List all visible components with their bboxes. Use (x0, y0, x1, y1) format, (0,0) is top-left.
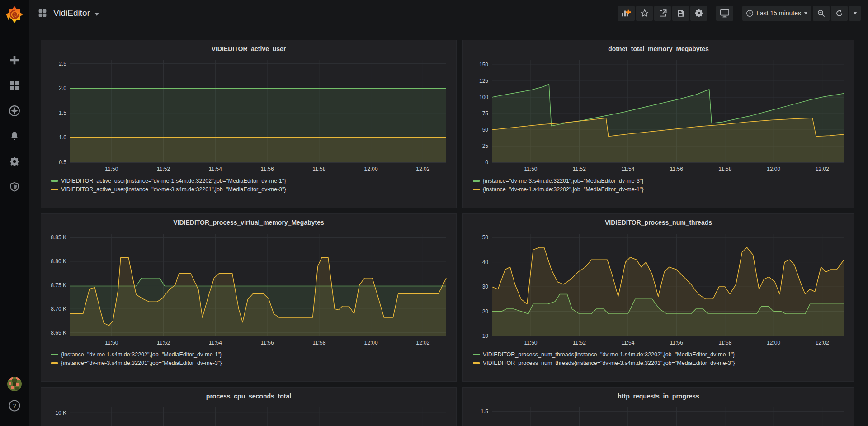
legend-series-swatch (473, 362, 480, 364)
panel-title[interactable]: VIDIEDITOR_process_num_threads (466, 216, 851, 229)
sidebar-item-configuration[interactable] (7, 154, 22, 169)
svg-text:12:02: 12:02 (816, 166, 829, 172)
panel-http-requests: http_requests_in_progress 11:5011:5211:5… (462, 387, 854, 426)
svg-text:11:54: 11:54 (621, 340, 634, 346)
sidebar-item-explore[interactable] (7, 103, 22, 118)
svg-text:10 K: 10 K (55, 410, 66, 416)
chevron-down-icon (804, 12, 808, 14)
svg-text:11:52: 11:52 (157, 166, 170, 172)
sidebar-item-help[interactable]: ? (7, 398, 22, 413)
legend-series-swatch (473, 354, 480, 355)
chart-canvas: 11:5011:5211:5411:5611:5812:0012:021.5 (466, 403, 851, 426)
svg-text:11:50: 11:50 (105, 166, 118, 172)
svg-text:11:58: 11:58 (312, 340, 326, 346)
legend-item[interactable]: {instance="dv-me-3.s4m.de:32201",job="Me… (473, 178, 851, 184)
dashboard-settings-button[interactable] (690, 6, 707, 21)
sidebar-item-alerting[interactable] (7, 128, 22, 144)
svg-text:75: 75 (482, 110, 489, 117)
svg-text:11:54: 11:54 (209, 166, 222, 172)
sidebar-item-server-admin[interactable] (7, 179, 22, 194)
panel-virtual-memory: VIDIEDITOR_process_virtual_memory_Megaby… (41, 213, 457, 382)
chart-legend: VIDIEDITOR_active_user{instance="dv-me-1… (44, 174, 453, 193)
legend-item[interactable]: VIDIEDITOR_process_num_threads{instance=… (473, 351, 851, 358)
panel-title[interactable]: http_requests_in_progress (466, 389, 851, 403)
zoom-out-button[interactable] (813, 6, 830, 21)
monitor-icon (720, 9, 730, 18)
legend-item[interactable]: VIDIEDITOR_active_user{instance="dv-me-1… (51, 178, 453, 184)
gear-icon (694, 9, 703, 18)
dashboard-title[interactable]: VidiEditor (53, 8, 90, 18)
legend-series-label: {instance="dv-me-1.s4m.de:32202",job="Me… (483, 186, 643, 193)
legend-series-label: {instance="dv-me-1.s4m.de:32202",job="Me… (61, 351, 222, 358)
legend-item[interactable]: VIDIEDITOR_active_user{instance="dv-me-3… (51, 186, 453, 193)
time-series-chart[interactable]: 11:5011:5211:5411:5611:5812:0012:0210 K (44, 403, 453, 426)
share-dashboard-button[interactable] (654, 6, 671, 21)
time-series-chart[interactable]: 11:5011:5211:5411:5611:5812:0012:021.5 (466, 403, 851, 426)
help-icon: ? (9, 400, 20, 412)
chart-legend: VIDIEDITOR_process_num_threads{instance=… (466, 348, 851, 366)
legend-item[interactable]: {instance="dv-me-1.s4m.de:32202",job="Me… (51, 351, 453, 358)
grafana-flame-icon (5, 5, 24, 24)
legend-item[interactable]: {instance="dv-me-3.s4m.de:32201",job="Me… (51, 360, 453, 366)
svg-text:11:50: 11:50 (105, 340, 118, 346)
dashboard-content: VIDIEDITOR_active_user 11:5011:5211:5411… (29, 26, 868, 426)
time-series-chart[interactable]: 11:5011:5211:5411:5611:5812:0012:0210203… (466, 229, 851, 348)
svg-text:12:00: 12:00 (364, 166, 378, 172)
time-range-picker[interactable]: Last 15 minutes (742, 6, 811, 21)
legend-series-label: VIDIEDITOR_process_num_threads{instance=… (483, 351, 735, 358)
svg-text:0: 0 (485, 159, 488, 166)
svg-text:8.75 K: 8.75 K (51, 282, 66, 289)
svg-text:2.0: 2.0 (59, 85, 66, 91)
chart-canvas: 11:5011:5211:5411:5611:5812:0012:0210203… (466, 229, 851, 348)
svg-text:11:56: 11:56 (261, 340, 274, 346)
sidebar: ? (0, 0, 29, 426)
refresh-button[interactable] (831, 6, 848, 21)
svg-text:11:58: 11:58 (312, 166, 326, 172)
svg-text:10: 10 (482, 333, 489, 339)
grafana-logo[interactable] (0, 0, 29, 29)
save-dashboard-button[interactable] (672, 6, 689, 21)
star-icon (640, 9, 649, 18)
panel-title[interactable]: process_cpu_seconds_total (44, 389, 453, 403)
legend-series-swatch (51, 354, 58, 355)
svg-text:20: 20 (482, 308, 489, 315)
user-avatar[interactable] (7, 376, 22, 392)
time-series-chart[interactable]: 11:5011:5211:5411:5611:5812:0012:020.51.… (44, 56, 453, 174)
legend-item[interactable]: VIDIEDITOR_process_num_threads{instance=… (473, 360, 851, 366)
legend-series-swatch (51, 362, 58, 364)
clock-icon (746, 9, 754, 17)
chart-canvas: 11:5011:5211:5411:5611:5812:0012:020.51.… (44, 56, 453, 174)
svg-text:11:50: 11:50 (524, 166, 537, 172)
legend-item[interactable]: {instance="dv-me-1.s4m.de:32202",job="Me… (473, 186, 851, 193)
svg-text:30: 30 (482, 284, 489, 290)
svg-text:11:52: 11:52 (157, 340, 170, 346)
dashboard-grid-icon (38, 9, 47, 18)
legend-series-swatch (51, 180, 58, 182)
svg-text:11:52: 11:52 (573, 340, 586, 346)
svg-text:11:56: 11:56 (670, 340, 683, 346)
panel-title[interactable]: VIDIEDITOR_active_user (44, 42, 453, 56)
add-panel-button[interactable] (618, 6, 635, 21)
sidebar-item-create[interactable] (7, 52, 22, 68)
mark-favorite-button[interactable] (636, 6, 653, 21)
chevron-down-icon[interactable] (94, 13, 99, 16)
svg-text:8.65 K: 8.65 K (51, 330, 66, 336)
svg-text:1.0: 1.0 (59, 134, 66, 141)
panel-title[interactable]: VIDIEDITOR_process_virtual_memory_Megaby… (44, 216, 453, 229)
sidebar-item-dashboards[interactable] (7, 78, 22, 93)
svg-text:2.5: 2.5 (59, 61, 66, 67)
refresh-interval-picker[interactable] (849, 6, 861, 21)
svg-text:8.80 K: 8.80 K (51, 258, 66, 265)
time-range-label: Last 15 minutes (756, 9, 801, 17)
cycle-view-mode-button[interactable] (716, 6, 733, 21)
time-series-chart[interactable]: 11:5011:5211:5411:5611:5812:0012:0202550… (466, 56, 851, 174)
svg-text:12:02: 12:02 (416, 166, 429, 172)
legend-series-swatch (473, 189, 480, 190)
add-panel-icon (621, 9, 631, 18)
svg-text:8.70 K: 8.70 K (51, 306, 66, 312)
panel-title[interactable]: dotnet_total_memory_Megabytes (466, 42, 851, 56)
svg-text:?: ? (13, 402, 16, 409)
dashboards-grid-icon (9, 80, 20, 91)
time-series-chart[interactable]: 11:5011:5211:5411:5611:5812:0012:028.65 … (44, 229, 453, 348)
chart-legend: {instance="dv-me-3.s4m.de:32201",job="Me… (466, 174, 851, 193)
